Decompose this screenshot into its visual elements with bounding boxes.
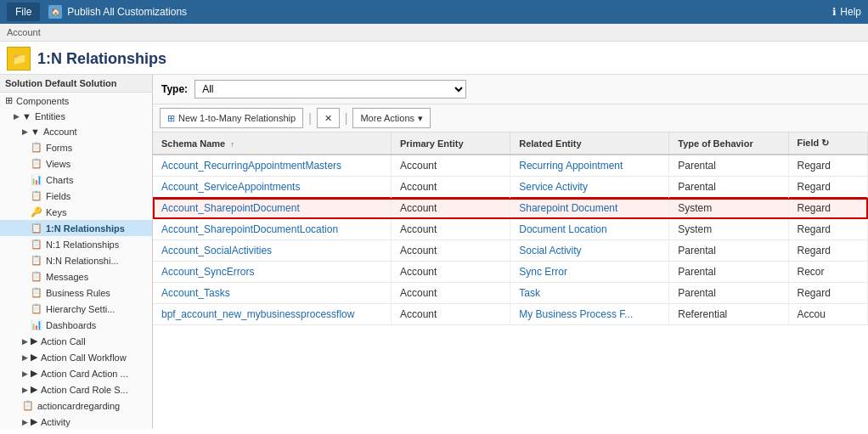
related-link[interactable]: Document Location	[519, 223, 606, 235]
type-label: Type:	[161, 83, 188, 95]
schema-link[interactable]: Account_SharepointDocument	[161, 202, 300, 214]
schema-link[interactable]: Account_ServiceAppointments	[161, 181, 300, 193]
related-link[interactable]: Service Activity	[519, 181, 588, 193]
schema-link[interactable]: Account_SocialActivities	[161, 245, 272, 256]
col-type-behavior[interactable]: Type of Behavior	[669, 132, 788, 155]
sidebar-item-2[interactable]: ▶▼Account	[0, 124, 152, 139]
cell-schema: Account_SocialActivities	[153, 240, 392, 262]
page-title: 1:N Relationships	[37, 50, 166, 68]
sidebar-label-5: Charts	[46, 175, 73, 185]
sidebar-item-11[interactable]: 📋Messages	[0, 268, 152, 285]
related-link[interactable]: Social Activity	[519, 245, 581, 256]
table-row[interactable]: Account_SharepointDocumentLocation Accou…	[153, 219, 868, 240]
table-row[interactable]: Account_Tasks Account Task Parental Rega…	[153, 283, 868, 304]
cell-schema: Account_SharepointDocumentLocation	[153, 219, 392, 240]
sidebar-item-12[interactable]: 📋Business Rules	[0, 285, 152, 301]
more-actions-label: More Actions	[360, 113, 414, 123]
help-label[interactable]: Help	[840, 6, 861, 18]
col-related-entity[interactable]: Related Entity	[510, 132, 669, 155]
sidebar-item-20[interactable]: ▶▶Activity	[0, 414, 152, 429]
help-area[interactable]: ℹ Help	[832, 6, 861, 18]
new-relationship-button[interactable]: ⊞ New 1-to-Many Relationship	[160, 108, 303, 128]
cell-schema: Account_ServiceAppointments	[153, 177, 392, 198]
sidebar-item-6[interactable]: 📋Fields	[0, 188, 152, 204]
related-link[interactable]: Task	[519, 287, 540, 299]
sidebar-label-3: Forms	[46, 143, 72, 153]
sidebar-item-8[interactable]: 📋1:N Relationships	[0, 220, 152, 236]
refresh-icon[interactable]: ↻	[821, 138, 829, 148]
sidebar-item-1[interactable]: ▶▼Entities	[0, 109, 152, 124]
type-select[interactable]: All Custom Managed Unmanaged	[194, 80, 466, 99]
sidebar-label-18: Action Card Role S...	[41, 385, 128, 395]
sidebar-icon-17: ▶	[31, 368, 37, 379]
expand-arrow-20: ▶	[22, 418, 28, 426]
cell-schema: Account_Tasks	[153, 283, 392, 304]
sidebar-item-9[interactable]: 📋N:1 Relationships	[0, 236, 152, 252]
cell-primary: Account	[392, 198, 510, 219]
toolbar: ⊞ New 1-to-Many Relationship | ✕ | More …	[153, 104, 868, 132]
col-field[interactable]: Field ↻	[788, 132, 868, 155]
sidebar-label-14: Dashboards	[46, 320, 96, 330]
solution-title: Solution Default Solution	[0, 75, 152, 93]
more-actions-button[interactable]: More Actions ▾	[352, 108, 431, 128]
sidebar-icon-12: 📋	[31, 287, 42, 298]
cell-related: Sync Error	[510, 262, 669, 283]
sidebar-item-14[interactable]: 📊Dashboards	[0, 317, 152, 333]
schema-link[interactable]: bpf_account_new_mybusinessprocessflow	[161, 308, 354, 320]
related-link[interactable]: Recurring Appointment	[519, 160, 623, 172]
related-link[interactable]: Sharepoint Document	[519, 202, 617, 214]
table-row[interactable]: Account_SocialActivities Account Social …	[153, 240, 868, 262]
cell-field: Regard	[788, 198, 868, 219]
sidebar-item-10[interactable]: 📋N:N Relationshi...	[0, 252, 152, 268]
table-row[interactable]: Account_SyncErrors Account Sync Error Pa…	[153, 262, 868, 283]
expand-arrow-17: ▶	[22, 369, 28, 378]
col-schema-name[interactable]: Schema Name ↑	[153, 132, 392, 155]
cell-behavior: Referential	[669, 304, 788, 325]
publish-label[interactable]: Publish All Customizations	[67, 6, 187, 18]
sidebar-icon-3: 📋	[31, 142, 42, 153]
breadcrumb: Account	[0, 24, 868, 42]
related-link[interactable]: Sync Error	[519, 266, 567, 278]
related-link[interactable]: My Business Process F...	[519, 308, 633, 320]
sidebar-item-7[interactable]: 🔑Keys	[0, 204, 152, 220]
cell-primary: Account	[392, 177, 510, 198]
cell-behavior: Parental	[669, 155, 788, 177]
schema-link[interactable]: Account_SharepointDocumentLocation	[161, 223, 338, 235]
file-button[interactable]: File	[7, 3, 40, 21]
schema-link[interactable]: Account_Tasks	[161, 287, 230, 299]
sidebar-item-15[interactable]: ▶▶Action Call	[0, 333, 152, 349]
cell-behavior: System	[669, 198, 788, 219]
col-primary-entity[interactable]: Primary Entity	[392, 132, 510, 155]
cell-primary: Account	[392, 283, 510, 304]
sidebar-icon-20: ▶	[31, 416, 37, 427]
sidebar-icon-7: 🔑	[31, 206, 42, 217]
breadcrumb-text: Account	[7, 27, 41, 37]
sidebar-item-17[interactable]: ▶▶Action Card Action ...	[0, 365, 152, 381]
table-row[interactable]: Account_ServiceAppointments Account Serv…	[153, 177, 868, 198]
delete-icon: ✕	[324, 113, 332, 124]
schema-link[interactable]: Account_SyncErrors	[161, 266, 254, 278]
sidebar-item-13[interactable]: 📋Hierarchy Setti...	[0, 301, 152, 317]
sidebar-icon-18: ▶	[31, 384, 37, 395]
cell-behavior: Parental	[669, 262, 788, 283]
sidebar-item-18[interactable]: ▶▶Action Card Role S...	[0, 381, 152, 397]
cell-field: Regard	[788, 283, 868, 304]
cell-related: Social Activity	[510, 240, 669, 262]
cell-field: Regard	[788, 240, 868, 262]
sidebar-label-9: N:1 Relationships	[46, 240, 119, 250]
sidebar-item-19[interactable]: 📋actioncardregarding	[0, 397, 152, 414]
relationships-table: Schema Name ↑ Primary Entity Related Ent…	[153, 132, 868, 325]
delete-button[interactable]: ✕	[317, 108, 340, 128]
sidebar-item-3[interactable]: 📋Forms	[0, 139, 152, 155]
table-row[interactable]: Account_SharepointDocument Account Share…	[153, 198, 868, 219]
cell-behavior: Parental	[669, 283, 788, 304]
expand-arrow-15: ▶	[22, 337, 28, 346]
sidebar-item-0[interactable]: ⊞Components	[0, 93, 152, 109]
schema-link[interactable]: Account_RecurringAppointmentMasters	[161, 160, 341, 172]
sidebar-item-4[interactable]: 📋Views	[0, 155, 152, 172]
table-row[interactable]: bpf_account_new_mybusinessprocessflow Ac…	[153, 304, 868, 325]
sidebar-item-5[interactable]: 📊Charts	[0, 172, 152, 188]
sidebar-icon-10: 📋	[31, 255, 42, 266]
table-row[interactable]: Account_RecurringAppointmentMasters Acco…	[153, 155, 868, 177]
sidebar-item-16[interactable]: ▶▶Action Call Workflow	[0, 349, 152, 365]
